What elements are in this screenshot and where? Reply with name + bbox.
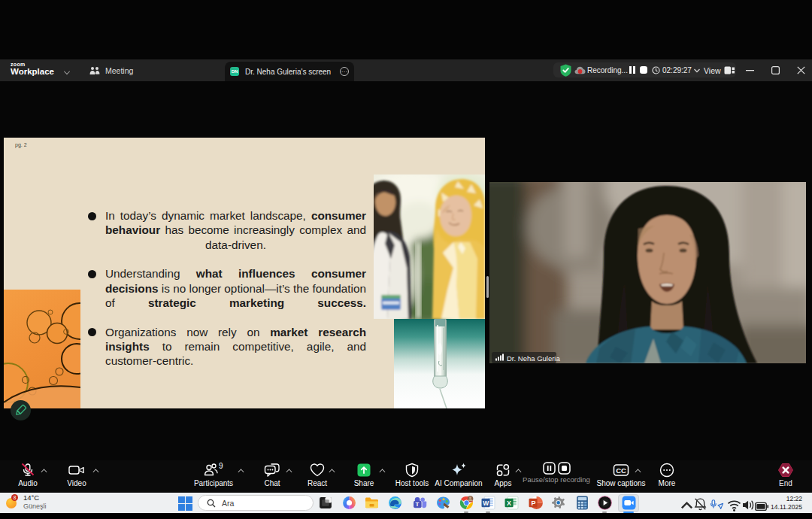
svg-text:T: T: [415, 501, 419, 508]
svg-text:P: P: [531, 499, 535, 507]
svg-text:W: W: [483, 499, 489, 507]
svg-text:9: 9: [219, 462, 223, 470]
svg-text:Dr. Neha Guleria: Dr. Neha Guleria: [507, 354, 560, 363]
svg-text:CC: CC: [616, 466, 626, 475]
svg-text:X: X: [507, 499, 511, 507]
